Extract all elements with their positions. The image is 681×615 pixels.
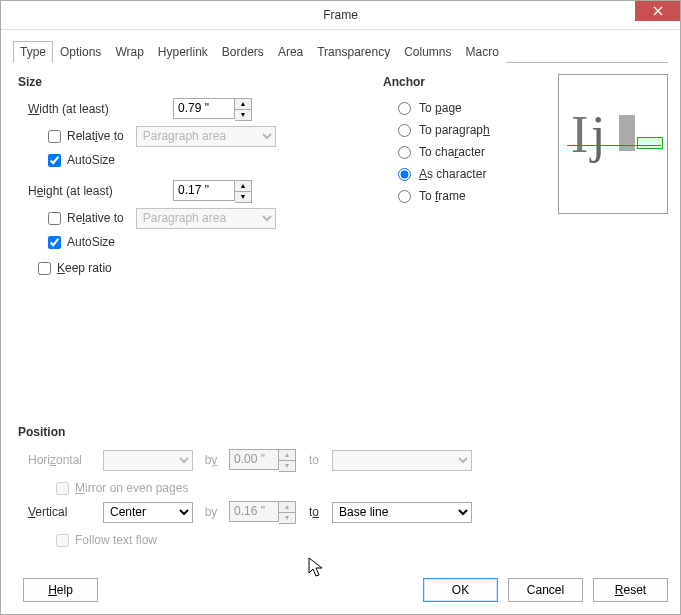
anchor-to-page-label: To page — [419, 101, 462, 115]
help-button[interactable]: Help — [23, 578, 98, 602]
anchor-to-frame-radio[interactable] — [398, 190, 411, 203]
preview-rect-green — [637, 137, 663, 149]
height-input[interactable] — [173, 180, 235, 201]
height-label: Height (at least) — [28, 184, 173, 198]
follow-text-flow-checkbox[interactable] — [56, 534, 69, 547]
width-spin-up[interactable]: ▲ — [235, 99, 251, 110]
position-heading: Position — [18, 425, 563, 439]
tab-borders[interactable]: Borders — [215, 41, 271, 63]
horizontal-to-label: to — [302, 453, 326, 467]
cancel-button[interactable]: Cancel — [508, 578, 583, 602]
preview-glyph-i-upper: I — [571, 105, 588, 164]
horizontal-by-label: by — [199, 453, 223, 467]
close-button[interactable] — [635, 1, 680, 21]
dialog-content: Type Options Wrap Hyperlink Borders Area… — [1, 30, 680, 568]
ok-button[interactable]: OK — [423, 578, 498, 602]
position-section: Position Horizontal by ▲▼ to Mirror on e… — [18, 419, 563, 551]
height-spinner[interactable]: ▲ ▼ — [173, 180, 252, 203]
tab-macro[interactable]: Macro — [459, 41, 506, 63]
anchor-heading: Anchor — [383, 75, 513, 89]
hby-up[interactable]: ▲ — [279, 450, 295, 461]
tab-wrap[interactable]: Wrap — [108, 41, 150, 63]
tab-options[interactable]: Options — [53, 41, 108, 63]
tab-type[interactable]: Type — [13, 41, 53, 63]
height-autosize-label: AutoSize — [67, 235, 115, 249]
width-relative-select[interactable]: Paragraph area — [136, 126, 276, 147]
vertical-to-label: to — [302, 505, 326, 519]
tab-hyperlink[interactable]: Hyperlink — [151, 41, 215, 63]
tab-bar: Type Options Wrap Hyperlink Borders Area… — [13, 40, 668, 63]
width-relative-checkbox[interactable] — [48, 130, 61, 143]
anchor-to-page-radio[interactable] — [398, 102, 411, 115]
vertical-label: Vertical — [28, 505, 103, 519]
horizontal-by-input[interactable] — [229, 449, 279, 470]
vertical-to-select[interactable]: Base line — [332, 502, 472, 523]
tab-columns[interactable]: Columns — [397, 41, 458, 63]
width-autosize-label: AutoSize — [67, 153, 115, 167]
width-spin-down[interactable]: ▼ — [235, 109, 251, 120]
height-relative-label: Relative to — [67, 211, 124, 225]
height-autosize-checkbox[interactable] — [48, 236, 61, 249]
vby-down[interactable]: ▼ — [279, 512, 295, 523]
anchor-to-paragraph-label: To paragraph — [419, 123, 490, 137]
keep-ratio-label: Keep ratio — [57, 261, 112, 275]
width-spinner[interactable]: ▲ ▼ — [173, 98, 252, 121]
anchor-to-paragraph-radio[interactable] — [398, 124, 411, 137]
width-label-text: idth (at least) — [39, 102, 108, 116]
horizontal-label: Horizontal — [28, 453, 103, 467]
close-icon — [653, 6, 663, 16]
width-label: Width (at least) — [28, 102, 173, 116]
tab-panel: Size Width (at least) ▲ ▼ Relative to — [13, 69, 668, 560]
hby-down[interactable]: ▼ — [279, 460, 295, 471]
reset-button[interactable]: Reset — [593, 578, 668, 602]
preview-glyph-j: j — [591, 105, 605, 164]
height-relative-select[interactable]: Paragraph area — [136, 208, 276, 229]
width-relative-label: Relative to — [67, 129, 124, 143]
anchor-to-character-label: To character — [419, 145, 485, 159]
horizontal-select[interactable] — [103, 450, 193, 471]
size-heading: Size — [18, 75, 363, 89]
anchor-to-character-radio[interactable] — [398, 146, 411, 159]
horizontal-by-spinner[interactable]: ▲▼ — [229, 449, 296, 472]
vertical-by-input[interactable] — [229, 501, 279, 522]
vertical-select[interactable]: Center — [103, 502, 193, 523]
preview-pane: I j — [558, 74, 668, 214]
window-title: Frame — [323, 8, 358, 22]
width-autosize-checkbox[interactable] — [48, 154, 61, 167]
anchor-as-character-label: As character — [419, 167, 486, 181]
mirror-checkbox[interactable] — [56, 482, 69, 495]
help-button-label: elp — [57, 583, 73, 597]
height-spin-up[interactable]: ▲ — [235, 181, 251, 192]
height-label-text: ight (at least) — [43, 184, 112, 198]
anchor-to-frame-label: To frame — [419, 189, 466, 203]
vertical-by-label: by — [199, 505, 223, 519]
tab-transparency[interactable]: Transparency — [310, 41, 397, 63]
anchor-section: Anchor To page To paragraph To character… — [383, 69, 513, 207]
titlebar[interactable]: Frame — [1, 1, 680, 30]
size-section: Size Width (at least) ▲ ▼ Relative to — [18, 69, 363, 281]
preview-baseline — [567, 145, 661, 146]
width-input[interactable] — [173, 98, 235, 119]
horizontal-to-select[interactable] — [332, 450, 472, 471]
mirror-label: Mirror on even pages — [75, 481, 188, 495]
reset-button-label: eset — [623, 583, 646, 597]
vertical-by-spinner[interactable]: ▲▼ — [229, 501, 296, 524]
follow-text-flow-label: Follow text flow — [75, 533, 157, 547]
tab-area[interactable]: Area — [271, 41, 310, 63]
height-spin-down[interactable]: ▼ — [235, 191, 251, 202]
keep-ratio-checkbox[interactable] — [38, 262, 51, 275]
anchor-as-character-radio[interactable] — [398, 168, 411, 181]
dialog-footer: Help OK Cancel Reset — [1, 568, 680, 614]
height-relative-checkbox[interactable] — [48, 212, 61, 225]
vby-up[interactable]: ▲ — [279, 502, 295, 513]
frame-dialog: Frame Type Options Wrap Hyperlink Border… — [0, 0, 681, 615]
